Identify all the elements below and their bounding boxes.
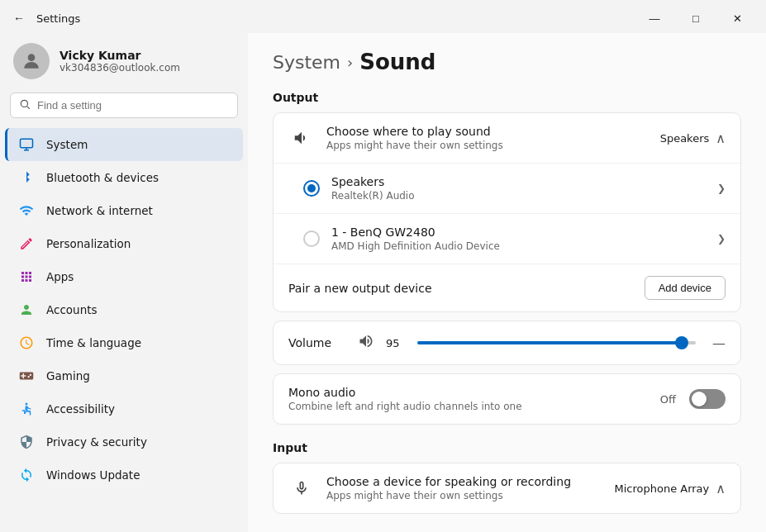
search-box[interactable] xyxy=(10,93,238,118)
gaming-nav-label: Gaming xyxy=(46,369,90,382)
accessibility-nav-label: Accessibility xyxy=(46,402,115,416)
time-nav-icon xyxy=(18,335,35,351)
mono-audio-right: Off xyxy=(660,389,726,409)
volume-label: Volume xyxy=(288,336,346,349)
input-device-card: Choose a device for speaking or recordin… xyxy=(273,463,741,514)
speakers-option-name: Speakers xyxy=(331,175,706,188)
choose-input-subtitle: Apps might have their own settings xyxy=(326,490,602,501)
back-button[interactable]: ← xyxy=(10,8,28,28)
volume-slider-container[interactable] xyxy=(417,341,696,344)
gaming-nav-icon xyxy=(18,368,35,384)
volume-slider-thumb xyxy=(675,336,688,349)
svg-point-1 xyxy=(21,100,27,107)
choose-input-text: Choose a device for speaking or recordin… xyxy=(326,475,602,501)
choose-output-text: Choose where to play sound Apps might ha… xyxy=(326,125,649,151)
mono-audio-card: Mono audio Combine left and right audio … xyxy=(273,373,741,425)
breadcrumb-current: Sound xyxy=(359,50,435,74)
sidebar-item-system[interactable]: System xyxy=(5,128,243,161)
add-output-device-button[interactable]: Add device xyxy=(645,276,726,300)
content-area: System › Sound Output Choose where to pl… xyxy=(248,33,766,532)
minimize-button[interactable]: — xyxy=(635,5,673,31)
choose-output-row[interactable]: Choose where to play sound Apps might ha… xyxy=(274,113,740,164)
sidebar-item-accessibility[interactable]: Accessibility xyxy=(5,392,243,425)
speakers-option-row[interactable]: Speakers Realtek(R) Audio ❯ xyxy=(274,164,740,214)
sidebar-item-privacy[interactable]: Privacy & security xyxy=(5,425,243,458)
user-info: Vicky Kumar vk304836@outlook.com xyxy=(59,49,180,74)
mono-audio-title: Mono audio xyxy=(288,386,649,399)
user-name: Vicky Kumar xyxy=(59,49,180,62)
app-body: Vicky Kumar vk304836@outlook.com System xyxy=(0,33,766,532)
maximize-button[interactable]: □ xyxy=(677,5,715,31)
volume-value: 95 xyxy=(386,337,406,349)
user-profile[interactable]: Vicky Kumar vk304836@outlook.com xyxy=(0,33,248,93)
benq-option-name: 1 - BenQ GW2480 xyxy=(331,226,706,239)
network-nav-icon xyxy=(18,202,35,219)
titlebar-left: ← Settings xyxy=(10,8,80,28)
sidebar-item-bluetooth[interactable]: Bluetooth & devices xyxy=(5,161,243,194)
speakers-chevron: ❯ xyxy=(717,183,726,194)
apps-nav-label: Apps xyxy=(46,270,74,283)
benq-option-detail: AMD High Definition Audio Device xyxy=(331,240,706,252)
window-controls: — □ ✕ xyxy=(635,5,756,31)
time-nav-label: Time & language xyxy=(46,336,141,349)
volume-row: Volume 95 — xyxy=(274,321,740,364)
sidebar-item-accounts[interactable]: Accounts xyxy=(5,293,243,326)
search-icon xyxy=(19,98,31,112)
sidebar-item-update[interactable]: Windows Update xyxy=(5,458,243,492)
mono-audio-row: Mono audio Combine left and right audio … xyxy=(274,374,740,424)
mono-audio-toggle[interactable] xyxy=(689,389,726,409)
personalization-nav-icon xyxy=(18,235,35,252)
pair-output-row[interactable]: Pair a new output device Add device xyxy=(274,264,740,311)
system-nav-label: System xyxy=(46,138,88,151)
nav-list: System Bluetooth & devices Network & int… xyxy=(0,128,248,492)
svg-rect-3 xyxy=(21,139,33,148)
mono-audio-subtitle: Combine left and right audio channels in… xyxy=(288,401,649,412)
benq-option-text: 1 - BenQ GW2480 AMD High Definition Audi… xyxy=(331,226,706,252)
app-title: Settings xyxy=(36,12,80,25)
personalization-nav-label: Personalization xyxy=(46,237,131,250)
sidebar-item-apps[interactable]: Apps xyxy=(5,260,243,293)
apps-nav-icon xyxy=(18,268,35,285)
system-nav-icon xyxy=(18,136,35,153)
volume-card: Volume 95 — xyxy=(273,321,741,365)
update-nav-icon xyxy=(18,467,35,483)
benq-option-row[interactable]: 1 - BenQ GW2480 AMD High Definition Audi… xyxy=(274,214,740,264)
current-input-value: Microphone Array xyxy=(614,482,709,495)
close-button[interactable]: ✕ xyxy=(718,5,756,31)
pair-output-label: Pair a new output device xyxy=(288,282,633,295)
microphone-icon xyxy=(288,475,315,501)
sound-icon xyxy=(288,125,315,151)
user-email: vk304836@outlook.com xyxy=(59,62,180,74)
bluetooth-nav-icon xyxy=(18,169,35,186)
toggle-knob xyxy=(692,392,707,406)
bluetooth-nav-label: Bluetooth & devices xyxy=(46,171,159,184)
speakers-option-text: Speakers Realtek(R) Audio xyxy=(331,175,706,202)
volume-slider[interactable] xyxy=(417,341,696,344)
search-input[interactable] xyxy=(37,99,229,112)
choose-input-right: Microphone Array ∧ xyxy=(614,481,726,496)
breadcrumb: System › Sound xyxy=(273,50,741,74)
sidebar-item-personalization[interactable]: Personalization xyxy=(5,227,243,260)
benq-radio[interactable] xyxy=(303,230,320,247)
choose-output-right: Speakers ∧ xyxy=(660,131,726,146)
expand-output-chevron[interactable]: ∧ xyxy=(716,131,726,146)
volume-mute-icon[interactable]: — xyxy=(712,335,726,351)
privacy-nav-label: Privacy & security xyxy=(46,435,147,449)
breadcrumb-parent: System xyxy=(273,52,340,73)
svg-point-4 xyxy=(26,403,28,406)
network-nav-label: Network & internet xyxy=(46,204,153,217)
sidebar-item-time[interactable]: Time & language xyxy=(5,326,243,359)
speakers-radio[interactable] xyxy=(303,180,320,197)
current-output-value: Speakers xyxy=(660,132,710,145)
sidebar-item-gaming[interactable]: Gaming xyxy=(5,359,243,392)
input-section: Input Choose a device for speaking or re… xyxy=(273,441,741,514)
accounts-nav-label: Accounts xyxy=(46,303,98,316)
accessibility-nav-icon xyxy=(18,401,35,417)
expand-input-chevron[interactable]: ∧ xyxy=(716,481,726,496)
sidebar-item-network[interactable]: Network & internet xyxy=(5,194,243,227)
output-section-label: Output xyxy=(273,91,741,104)
choose-input-title: Choose a device for speaking or recordin… xyxy=(326,475,602,488)
sidebar: Vicky Kumar vk304836@outlook.com System xyxy=(0,33,248,532)
choose-input-row[interactable]: Choose a device for speaking or recordin… xyxy=(274,463,740,513)
breadcrumb-arrow: › xyxy=(347,54,353,71)
